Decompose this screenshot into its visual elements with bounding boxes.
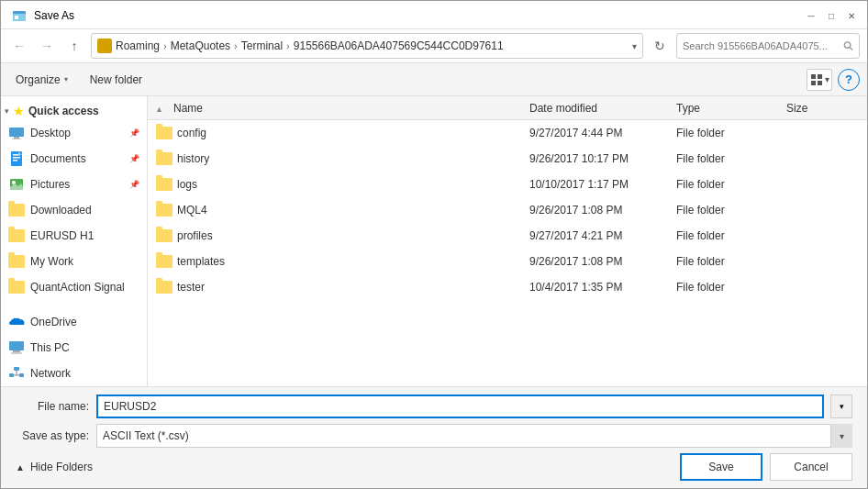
minimize-button[interactable]: ─ (803, 8, 819, 23)
sidebar-item-documents[interactable]: Documents 📌 (1, 146, 147, 172)
header-type[interactable]: Type (676, 102, 786, 115)
hide-folders-arrow-icon: ▲ (16, 462, 25, 472)
organize-button[interactable]: Organize ▾ (8, 71, 75, 89)
title-bar-left: Save As (12, 8, 74, 23)
filename-label: File name: (16, 400, 89, 413)
file-row-tester[interactable]: tester 10/4/2017 1:35 PM File folder (148, 274, 867, 300)
sidebar-item-eurusd[interactable]: EURUSD H1 (1, 223, 147, 249)
filename-dropdown-button[interactable]: ▾ (830, 395, 852, 418)
header-name[interactable]: Name (173, 102, 529, 115)
svg-rect-10 (14, 137, 19, 139)
view-button[interactable]: ▾ (807, 69, 832, 91)
back-button[interactable]: ← (8, 35, 30, 57)
title-controls: ─ □ ✕ (803, 8, 860, 23)
pin-pictures-icon: 📌 (129, 180, 139, 189)
sidebar-item-network[interactable]: Network (1, 361, 147, 386)
hide-folders-button[interactable]: ▲ Hide Folders (16, 461, 93, 473)
file-list-header: ▲ Name Date modified Type Size (148, 96, 867, 120)
filename-input[interactable] (96, 395, 824, 418)
svg-point-3 (844, 42, 850, 48)
filename-dropdown-icon: ▾ (840, 402, 844, 411)
pin-documents-icon: 📌 (129, 154, 139, 163)
sidebar-item-mywork[interactable]: My Work (1, 249, 147, 274)
templates-folder-icon (155, 255, 173, 268)
file-row-logs[interactable]: logs 10/10/2017 1:17 PM File folder (148, 172, 867, 197)
profiles-folder-icon (155, 229, 173, 242)
quick-access-label: Quick access (28, 105, 99, 117)
cancel-button[interactable]: Cancel (770, 453, 852, 481)
file-name-templates: templates (177, 255, 529, 268)
help-button[interactable]: ? (838, 69, 860, 91)
sidebar-item-desktop[interactable]: Desktop 📌 (1, 120, 147, 146)
mywork-icon (8, 253, 25, 270)
file-date-logs: 10/10/2017 1:17 PM (529, 178, 676, 191)
quick-access-header[interactable]: ▾ ★ Quick access (1, 100, 147, 120)
sidebar-documents-label: Documents (30, 152, 124, 165)
header-date[interactable]: Date modified (529, 102, 676, 115)
view-tiles-icon (810, 73, 823, 86)
breadcrumb-expand-icon: ▾ (632, 41, 637, 51)
path-folder-icon (97, 39, 112, 53)
sidebar-item-downloaded[interactable]: Downloaded (1, 197, 147, 223)
file-date-history: 9/26/2017 10:17 PM (529, 152, 676, 165)
sidebar-item-pictures[interactable]: Pictures 📌 (1, 172, 147, 197)
sidebar-desktop-label: Desktop (30, 127, 124, 139)
eurusd-icon (8, 228, 25, 244)
file-row-config[interactable]: config 9/27/2017 4:44 PM File folder (148, 120, 867, 146)
svg-rect-9 (9, 128, 24, 137)
file-name-profiles: profiles (177, 229, 529, 242)
sidebar-item-thispc[interactable]: This PC (1, 335, 147, 361)
quick-access-expand-icon: ▾ (5, 106, 9, 116)
sidebar-downloaded-label: Downloaded (30, 204, 139, 217)
sidebar-item-onedrive[interactable]: OneDrive (1, 309, 147, 335)
file-date-templates: 9/26/2017 1:08 PM (529, 255, 676, 268)
sidebar-item-quantaction[interactable]: QuantAction Signal (1, 274, 147, 300)
header-size[interactable]: Size (786, 102, 860, 115)
eurusd-folder-icon (8, 229, 25, 242)
file-name-logs: logs (177, 178, 529, 191)
file-row-templates[interactable]: templates 9/26/2017 1:08 PM File folder (148, 249, 867, 274)
file-row-profiles[interactable]: profiles 9/27/2017 4:21 PM File folder (148, 223, 867, 249)
history-folder-icon (155, 152, 173, 165)
file-type-logs: File folder (676, 178, 786, 191)
filetype-select[interactable]: ASCII Text (*.csv) (96, 424, 852, 448)
file-type-mql4: File folder (676, 204, 786, 217)
save-button[interactable]: Save (680, 453, 762, 481)
filetype-select-wrapper: ASCII Text (*.csv) ▾ (96, 424, 852, 448)
organize-chevron-icon: ▾ (64, 75, 68, 83)
onedrive-svg-icon (8, 317, 25, 328)
new-folder-button[interactable]: New folder (83, 71, 150, 89)
title-bar: Save As ─ □ ✕ (1, 1, 867, 29)
quantaction-icon (8, 279, 25, 295)
action-buttons: Save Cancel (680, 453, 852, 481)
search-input[interactable] (683, 40, 840, 51)
documents-icon (8, 150, 25, 167)
file-date-tester: 10/4/2017 1:35 PM (529, 281, 676, 294)
desktop-icon (8, 125, 25, 141)
address-path[interactable]: Roaming › MetaQuotes › Terminal › 915566… (91, 33, 643, 59)
sidebar: ▾ ★ Quick access Desktop 📌 (1, 96, 148, 386)
search-box[interactable] (676, 33, 860, 59)
breadcrumb-sep-3: › (286, 40, 290, 51)
forward-button[interactable]: → (36, 35, 58, 57)
maximize-button[interactable]: □ (823, 8, 840, 23)
file-name-mql4: MQL4 (177, 204, 529, 217)
sidebar-pictures-label: Pictures (30, 178, 124, 191)
sidebar-quantaction-label: QuantAction Signal (30, 281, 139, 294)
quantaction-folder-icon (8, 281, 25, 294)
file-row-mql4[interactable]: MQL4 9/26/2017 1:08 PM File folder (148, 197, 867, 223)
filetype-label: Save as type: (16, 429, 89, 442)
refresh-button[interactable]: ↻ (649, 35, 671, 57)
file-date-mql4: 9/26/2017 1:08 PM (529, 204, 676, 217)
close-button[interactable]: ✕ (843, 8, 860, 23)
toolbar-right: ▾ ? (807, 69, 860, 91)
filetype-row: Save as type: ASCII Text (*.csv) ▾ (16, 424, 852, 448)
file-row-history[interactable]: history 9/26/2017 10:17 PM File folder (148, 146, 867, 172)
up-button[interactable]: ↑ (63, 35, 85, 57)
spacer-1 (1, 300, 147, 309)
sidebar-network-label: Network (30, 367, 139, 380)
downloaded-folder-icon (8, 204, 25, 217)
file-name-tester: tester (177, 281, 529, 294)
file-date-config: 9/27/2017 4:44 PM (529, 127, 676, 139)
mql4-folder-icon (155, 204, 173, 217)
